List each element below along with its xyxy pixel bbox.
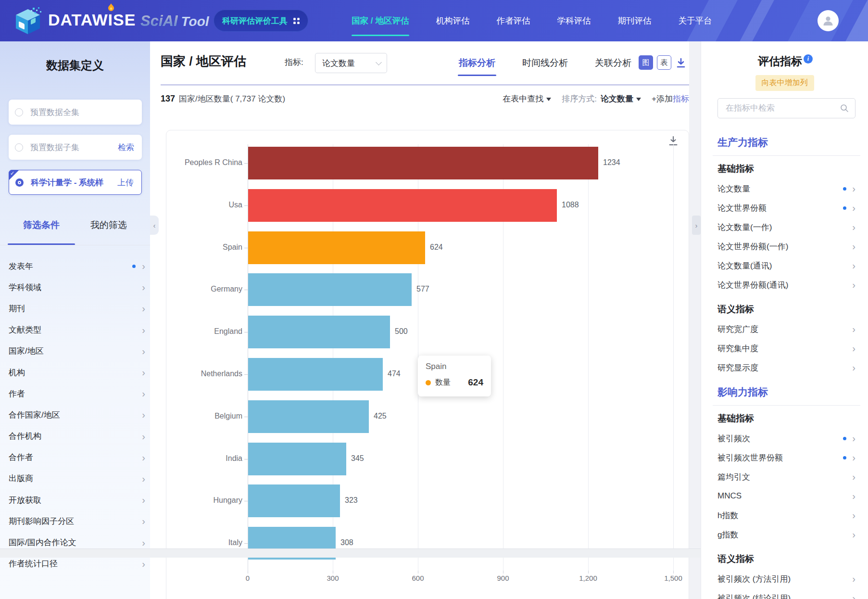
chart-bar[interactable] [248,443,346,475]
dataset-action-link[interactable]: 检索 [118,142,134,153]
indicator-item-label: 论文世界份额 [717,203,843,214]
user-avatar[interactable] [818,10,839,31]
indicator-item[interactable]: 研究宽广度› [717,319,855,339]
indicator-item[interactable]: 论文世界份额(一作)› [717,237,855,256]
download-button[interactable] [675,57,687,69]
indicator-item[interactable]: 论文数量› [717,179,855,198]
brand-part2: SE [113,11,136,29]
indicator-item[interactable]: MNCS› [717,486,855,506]
chart-bar[interactable] [248,484,340,517]
nav-item-3[interactable]: 学科评估 [557,0,591,41]
indicator-item[interactable]: 被引频次 (方法引用)› [717,569,855,588]
collapse-left-handle[interactable]: ‹ [150,216,159,235]
indicator-item[interactable]: 被引频次› [717,429,855,448]
filter-item-10[interactable]: 出版商› [0,468,150,489]
category-tick [244,290,248,290]
chevron-right-icon: › [695,221,698,229]
filter-item-11[interactable]: 开放获取› [0,489,150,510]
filter-item-3[interactable]: 文献类型› [0,319,150,341]
collapse-right-handle[interactable]: › [692,216,701,235]
analysis-tab-0[interactable]: 指标分析 [458,57,496,69]
chevron-right-icon: › [142,410,145,420]
dataset-option-1[interactable]: 预置数据子集检索 [9,135,142,160]
indicator-select[interactable]: 论文数量 [315,53,387,73]
chevron-right-icon: › [852,363,855,372]
indicator-item-label: g指数 [717,529,852,540]
dataset-action-link[interactable]: 上传 [117,177,134,188]
chart-view-button[interactable]: 图 [639,55,653,70]
bar-value-label: 1234 [603,158,620,167]
axis-tick [503,571,503,574]
indicator-item[interactable]: 研究显示度› [717,358,855,377]
indicator-search[interactable] [717,98,855,118]
indicator-section-heading: 影响力指标 [717,385,855,399]
indicator-item-label: 被引频次 [717,433,843,444]
indicator-item[interactable]: h指数› [717,506,855,525]
chevron-right-icon: › [142,346,145,356]
chart-bar[interactable] [248,231,425,264]
chevron-right-icon: › [852,280,855,290]
indicator-item[interactable]: 论文世界份额› [717,198,855,217]
dataset-option-label: 预置数据全集 [30,107,134,118]
find-in-table-label: 在表中查找 [503,93,543,104]
radio-unchecked[interactable] [15,143,23,152]
dataset-option-0[interactable]: 预置数据全集 [9,100,142,125]
filter-tab-1[interactable]: 我的筛选 [75,217,142,236]
selected-indicator-dot [843,437,846,440]
chart-bar[interactable] [248,400,369,433]
nav-item-0[interactable]: 国家 / 地区评估 [352,0,409,41]
indicator-search-input[interactable] [726,103,840,113]
dataset-option-label: 科学计量学 - 系统样 [31,177,117,188]
add-indicator-button[interactable]: +添加指标 [652,93,689,104]
indicator-item[interactable]: 被引频次 (结论引用)› [717,588,855,599]
filter-item-7[interactable]: 合作国家/地区› [0,404,150,425]
nav-item-5[interactable]: 关于平台 [679,0,712,41]
indicator-item[interactable]: 论文数量(一作)› [717,217,855,237]
filter-item-8[interactable]: 合作机构› [0,426,150,447]
filter-item-12[interactable]: 期刊影响因子分区› [0,510,150,532]
horizontal-scrollbar-track[interactable] [0,548,701,558]
filter-item-6[interactable]: 作者› [0,383,150,404]
filter-item-4[interactable]: 国家/地区› [0,341,150,362]
dataset-option-2[interactable]: ✓科学计量学 - 系统样上传 [9,170,142,195]
category-label: Belgium [170,412,242,421]
indicator-item[interactable]: 研究集中度› [717,339,855,358]
chart-bar[interactable] [248,358,383,391]
radio-unchecked[interactable] [15,108,23,116]
chevron-right-icon: › [142,474,145,484]
indicator-item[interactable]: 篇均引文› [717,467,855,486]
brand-name: DATAWISE [48,11,136,29]
indicator-item[interactable]: 论文世界份额(通讯)› [717,275,855,294]
tool-badge-button[interactable]: 科研评估评价工具 [214,10,308,32]
chevron-right-icon: › [852,453,855,462]
chevron-right-icon: › [852,344,855,353]
bar-value-label: 500 [395,327,408,336]
filter-item-1[interactable]: 学科领域› [0,277,150,298]
analysis-tab-2[interactable]: 关联分析 [594,57,632,69]
chart-bar[interactable] [248,273,412,306]
sort-value-button[interactable]: 论文数量 [601,93,641,104]
nav-item-4[interactable]: 期刊评估 [618,0,652,41]
filter-item-0[interactable]: 发表年› [0,255,150,277]
indicator-item[interactable]: g指数› [717,525,855,544]
nav-item-2[interactable]: 作者评估 [497,0,530,41]
find-in-table-button[interactable]: 在表中查找 [503,93,551,104]
chart-bar[interactable] [248,189,557,222]
chart-bar[interactable] [248,316,390,348]
filter-item-5[interactable]: 机构› [0,362,150,383]
indicator-group-0-1: 语义指标研究宽广度›研究集中度›研究显示度› [717,303,855,377]
filter-item-2[interactable]: 期刊› [0,298,150,319]
info-icon[interactable]: i [804,54,813,64]
analysis-tab-1[interactable]: 时间线分析 [521,57,569,69]
chevron-right-icon: › [852,593,855,599]
chart-bar[interactable] [248,147,598,179]
brand-logo[interactable] [13,7,42,36]
add-column-badge[interactable]: 向表中增加列 [755,75,814,91]
indicator-item[interactable]: 论文数量(通讯)› [717,256,855,275]
table-view-button[interactable]: 表 [657,55,671,70]
filter-item-9[interactable]: 合作者› [0,447,150,468]
filter-tab-0[interactable]: 筛选条件 [8,217,75,236]
nav-active-underline [352,35,409,37]
nav-item-1[interactable]: 机构评估 [436,0,470,41]
indicator-item[interactable]: 被引频次世界份额› [717,448,855,467]
